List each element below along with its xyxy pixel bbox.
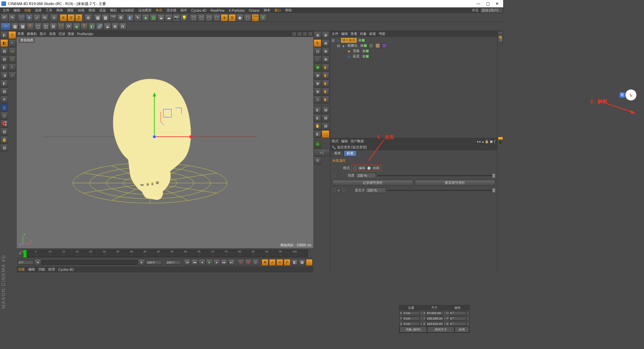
- scale-tool-icon[interactable]: ⤢: [33, 14, 41, 21]
- sds-icon[interactable]: ◆: [73, 23, 80, 30]
- rtool-19-icon[interactable]: ▦: [322, 122, 329, 130]
- maximize-button[interactable]: ▢: [483, 1, 492, 6]
- phong-tag-icon[interactable]: [369, 43, 373, 48]
- tool-5-icon[interactable]: ✶: [221, 14, 228, 21]
- workplane-icon[interactable]: ▦: [0, 55, 8, 63]
- timeline-start-field[interactable]: [17, 260, 34, 265]
- generator-icon[interactable]: ▨: [150, 14, 157, 21]
- mode-opt-animate[interactable]: 动画: [373, 166, 379, 170]
- rtool-bars-icon[interactable]: ☰: [314, 96, 321, 103]
- object-label[interactable]: 细分曲面: [341, 38, 357, 43]
- om-menu-bookmark[interactable]: 书签: [379, 32, 385, 36]
- side-tab-2[interactable]: PH: [498, 35, 503, 43]
- cursor-icon[interactable]: ↖: [8, 39, 16, 47]
- render-view-icon[interactable]: ▦: [94, 14, 101, 21]
- tool-3-icon[interactable]: ⬚: [205, 14, 213, 21]
- mat-tab-func[interactable]: 功能: [38, 267, 45, 272]
- lock-z-icon[interactable]: Z: [75, 14, 83, 21]
- viewport-3d[interactable]: 透视视图: [17, 37, 313, 248]
- timeline-fps-field[interactable]: [165, 260, 181, 265]
- center-icon[interactable]: ⊕: [111, 23, 119, 30]
- fx-icon[interactable]: fx: [119, 23, 126, 30]
- vp-menu-prorender[interactable]: ProRender: [77, 32, 93, 36]
- text-move-icon[interactable]: T: [26, 23, 34, 30]
- texture-mode-icon[interactable]: ▦: [0, 47, 8, 55]
- menu-xparticles[interactable]: X-Particles: [226, 9, 247, 12]
- single-view-icon[interactable]: ▢: [34, 23, 42, 30]
- timeline-track[interactable]: 0510152025303540455055606570758085909510…: [23, 250, 308, 257]
- pose-enable-checkbox[interactable]: [337, 189, 341, 192]
- axis-icon[interactable]: ✥: [0, 96, 8, 103]
- vp-nav-max-icon[interactable]: [308, 32, 313, 36]
- range-start-icon[interactable]: ◂: [34, 259, 41, 266]
- prev-frame-icon[interactable]: ◂: [199, 259, 205, 266]
- poly-mode-icon[interactable]: ◧: [0, 80, 8, 87]
- posemorph-tag-icon[interactable]: [375, 43, 380, 48]
- tree-row[interactable]: ⊟▲骷髅头: [332, 43, 496, 48]
- lock-x-icon[interactable]: X: [60, 14, 67, 21]
- grid-1-icon[interactable]: ▦: [11, 23, 18, 30]
- rtool-10-icon[interactable]: ▣: [314, 80, 321, 87]
- play-icon[interactable]: ▸: [206, 259, 213, 266]
- rtool-knife-icon[interactable]: ／: [314, 55, 321, 63]
- rotate-tool-icon[interactable]: ⟲: [41, 14, 48, 21]
- vp-menu-panel[interactable]: 面板: [68, 32, 74, 36]
- tweak-icon[interactable]: ▦: [0, 88, 8, 95]
- om-menu-edit[interactable]: 编辑: [341, 32, 348, 36]
- connect-icon[interactable]: 🔗: [96, 23, 103, 30]
- am-nav-up-icon[interactable]: ▴: [482, 140, 484, 143]
- uvw-tag-icon[interactable]: [382, 43, 387, 48]
- deformer-icon[interactable]: ⬙: [157, 14, 165, 21]
- am-nav-fwd-icon[interactable]: ▸: [479, 140, 481, 143]
- menu-help[interactable]: 帮助: [283, 8, 294, 13]
- effector-icon[interactable]: ⬙: [104, 23, 111, 30]
- radio-animate[interactable]: [367, 166, 371, 170]
- coord-system-icon[interactable]: ⊕: [85, 14, 92, 21]
- menu-snap[interactable]: 捕捉: [65, 8, 76, 13]
- pose-key2-icon[interactable]: [342, 189, 345, 192]
- object-label[interactable]: 延迟: [352, 54, 361, 59]
- key-p-icon[interactable]: ✥: [262, 259, 268, 266]
- rtool-eq1-icon[interactable]: =1: [314, 149, 330, 156]
- vp-menu-camera[interactable]: 摄像机: [27, 32, 37, 36]
- layout-select[interactable]: 启动 (用户): [480, 8, 503, 13]
- am-strength-field[interactable]: [356, 173, 376, 178]
- cube-prim-icon[interactable]: ◧: [88, 23, 96, 30]
- mat-tab-create[interactable]: 创建: [18, 267, 25, 272]
- timeline[interactable]: 0 05101520253035404550556065707580859095…: [17, 248, 313, 258]
- record-sliders-button[interactable]: 记录调节滑杆: [332, 180, 413, 186]
- menu-select[interactable]: 选择: [33, 8, 44, 13]
- key-more-icon[interactable]: ⋮: [306, 259, 313, 266]
- history-icon[interactable]: ≡: [50, 14, 58, 21]
- key-all-icon[interactable]: ▦: [299, 259, 305, 266]
- lock-y-icon[interactable]: Y: [67, 14, 75, 21]
- goto-end-icon[interactable]: ▸|: [228, 259, 235, 266]
- environment-icon[interactable]: ☁: [165, 14, 172, 21]
- pen-icon[interactable]: ✎: [134, 14, 142, 21]
- redo-icon[interactable]: ↷: [8, 14, 16, 21]
- menu-mesh[interactable]: 网格: [54, 8, 65, 13]
- key-r-icon[interactable]: ⟲: [276, 259, 283, 266]
- psr-icon[interactable]: PSR0: [252, 14, 259, 21]
- tool-9-icon[interactable]: B: [259, 14, 267, 21]
- vp-nav-zoom-icon[interactable]: [297, 32, 302, 36]
- prev-key-icon[interactable]: ◂◂: [191, 259, 198, 266]
- snap-icon[interactable]: 🧲: [0, 120, 8, 128]
- record-icon[interactable]: ●: [237, 259, 244, 266]
- viewport-solo-icon[interactable]: ⊡: [0, 112, 8, 119]
- vp-nav-pan-icon[interactable]: [292, 32, 297, 36]
- vp-nav-rotate-icon[interactable]: [303, 32, 307, 36]
- autokey-icon[interactable]: ◉: [245, 259, 252, 266]
- am-menu-edit[interactable]: 编辑: [341, 139, 348, 144]
- am-menu-userdata[interactable]: 用户数据: [351, 139, 364, 144]
- rtool-gear-icon[interactable]: ⚙: [314, 157, 321, 164]
- am-tab-tag[interactable]: 标签: [344, 150, 357, 156]
- render-region-icon[interactable]: ▦: [102, 14, 109, 21]
- vp-menu-display[interactable]: 显示: [40, 32, 46, 36]
- menu-plugin[interactable]: 插件: [178, 8, 189, 13]
- rotate-helper-icon[interactable]: ⟳: [65, 23, 72, 30]
- menu-cycles[interactable]: Cycles 4D: [189, 9, 209, 12]
- rtool-16-icon[interactable]: ▦: [322, 106, 329, 114]
- pose-key-icon[interactable]: [332, 189, 336, 192]
- nurbs-icon[interactable]: ◆: [142, 14, 149, 21]
